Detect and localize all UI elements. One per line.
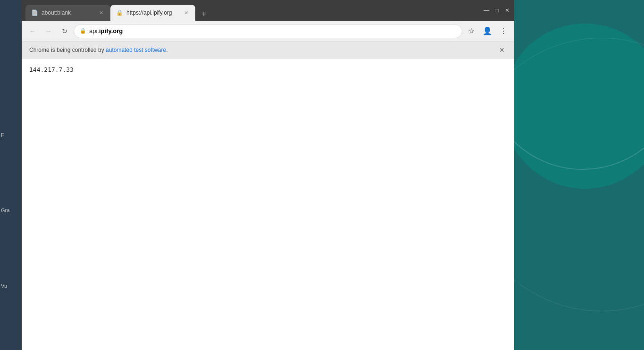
forward-button[interactable]: → — [42, 24, 56, 38]
tabs-area: 📄 about:blank ✕ 🔒 https://api.ipify.org … — [25, 0, 483, 21]
profile-button[interactable]: 👤 — [480, 24, 494, 38]
notification-bar: Chrome is being controlled by automated … — [22, 42, 514, 58]
address-prefix: api. — [89, 27, 99, 34]
close-button[interactable]: ✕ — [504, 7, 510, 14]
sidebar-label-gra: Gra — [0, 170, 10, 245]
menu-button[interactable]: ⋮ — [496, 24, 510, 38]
notification-link[interactable]: automated test software — [106, 47, 166, 53]
background-decoration — [493, 0, 644, 350]
tab-about-blank[interactable]: 📄 about:blank ✕ — [25, 5, 110, 21]
minimize-button[interactable]: — — [483, 7, 490, 14]
tab-title-blank: about:blank — [42, 9, 93, 16]
notification-after: . — [166, 47, 167, 53]
address-text: api.ipify.org — [89, 27, 456, 34]
back-button[interactable]: ← — [25, 24, 40, 38]
new-tab-button[interactable]: + — [197, 8, 210, 21]
sidebar: F Gra Vu P — [0, 0, 22, 350]
notification-text: Chrome is being controlled by automated … — [29, 47, 495, 53]
notification-close-button[interactable]: ✕ — [497, 45, 507, 55]
sidebar-label-vu: Vu — [0, 245, 8, 321]
window-controls: — □ ✕ — [483, 7, 510, 14]
tab-lock-icon: 🔒 — [116, 9, 123, 16]
page-content: 144.217.7.33 — [22, 58, 514, 350]
toolbar: ← → ↻ 🔒 api.ipify.org ☆ 👤 ⋮ — [22, 21, 514, 42]
tab-close-blank[interactable]: ✕ — [97, 9, 105, 17]
address-bar[interactable]: 🔒 api.ipify.org — [74, 24, 462, 38]
tab-page-icon: 📄 — [31, 9, 38, 16]
sidebar-label-f: F — [0, 94, 5, 170]
tab-title-ipify: https://api.ipify.org — [126, 9, 178, 16]
maximize-button[interactable]: □ — [493, 7, 500, 14]
notification-before: Chrome is being controlled by — [29, 47, 106, 53]
browser-window: 📄 about:blank ✕ 🔒 https://api.ipify.org … — [22, 0, 514, 350]
bookmark-button[interactable]: ☆ — [464, 24, 478, 38]
sidebar-label-p: P — [0, 321, 5, 350]
lock-icon: 🔒 — [80, 28, 86, 34]
ip-address: 144.217.7.33 — [29, 66, 507, 73]
tab-close-ipify[interactable]: ✕ — [182, 9, 190, 17]
title-bar: 📄 about:blank ✕ 🔒 https://api.ipify.org … — [22, 0, 514, 21]
tab-ipify[interactable]: 🔒 https://api.ipify.org ✕ — [110, 5, 195, 21]
address-domain: ipify.org — [99, 27, 123, 34]
reload-button[interactable]: ↻ — [58, 24, 72, 38]
toolbar-actions: ☆ 👤 ⋮ — [464, 24, 510, 38]
